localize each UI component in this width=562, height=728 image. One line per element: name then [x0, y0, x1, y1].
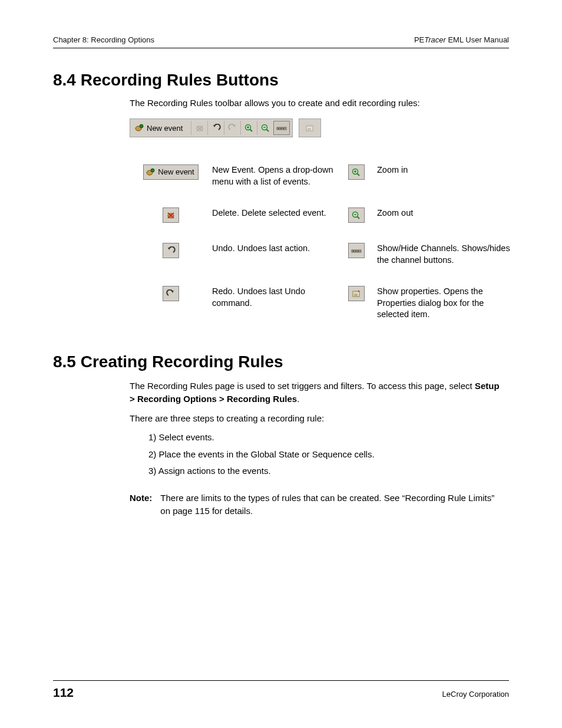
delete-icon — [195, 124, 204, 132]
toolbar-properties-button[interactable] — [302, 121, 318, 135]
toolbar-new-event-label: New event — [147, 124, 183, 133]
section-8-4-title: 8.4 Recording Rules Buttons — [53, 71, 509, 90]
svg-rect-15 — [278, 128, 279, 129]
new-event-button-sample: New event — [143, 164, 198, 180]
new-event-icon — [135, 124, 144, 132]
header-left: Chapter 8: Recording Options — [53, 35, 154, 44]
grid-icon-delete — [130, 207, 212, 223]
header-right-prefix: PE — [414, 35, 424, 44]
header-right-suffix: EML User Manual — [446, 35, 509, 44]
note-label: Note: — [130, 492, 152, 518]
svg-marker-34 — [168, 248, 170, 250]
channels-icon — [276, 124, 287, 131]
toolbar-wrapper: New event — [130, 118, 503, 137]
svg-line-12 — [266, 130, 269, 132]
redo-icon — [166, 289, 176, 298]
svg-rect-17 — [283, 128, 284, 129]
toolbar-redo-button[interactable] — [224, 121, 240, 135]
page-header: Chapter 8: Recording Options PETracer EM… — [53, 35, 509, 48]
svg-marker-39 — [171, 291, 174, 293]
toolbar-undo-button[interactable] — [207, 121, 224, 135]
grid-icon-properties — [336, 286, 377, 301]
new-event-icon — [146, 168, 156, 176]
properties-button-sample — [348, 286, 365, 301]
desc-new-event: New Event. Opens a drop-down menu with a… — [212, 164, 336, 187]
new-event-sample-label: New event — [158, 167, 194, 177]
svg-rect-38 — [358, 251, 359, 252]
header-rule — [53, 48, 509, 48]
steps-list: 1) Select events. 2) Place the events in… — [148, 429, 503, 480]
desc-channels: Show/Hide Channels. Shows/hides the chan… — [377, 243, 513, 266]
grid-icon-new-event: New event — [130, 164, 212, 180]
svg-rect-19 — [306, 126, 313, 127]
section-8-5-title: 8.5 Creating Recording Rules — [53, 353, 509, 371]
header-right: PETracer EML User Manual — [414, 35, 509, 44]
grid-icon-zoom-in — [336, 164, 377, 180]
section-8-4-body: The Recording Rules toolbar allows you t… — [130, 98, 503, 321]
grid-icon-redo — [130, 286, 212, 301]
redo-icon — [228, 124, 237, 132]
zoom-out-icon — [352, 211, 361, 219]
note-text: There are limits to the types of rules t… — [160, 492, 503, 518]
svg-line-8 — [250, 130, 252, 132]
redo-button-sample — [163, 286, 179, 301]
page-number: 112 — [53, 686, 74, 700]
toolbar-group-2 — [299, 118, 321, 137]
properties-icon — [352, 289, 361, 298]
undo-icon — [211, 124, 221, 132]
footer-right: LeCroy Corporation — [442, 690, 509, 699]
channels-icon — [351, 247, 362, 254]
section-8-4-intro: The Recording Rules toolbar allows you t… — [130, 98, 503, 108]
footer-rule — [53, 680, 509, 681]
svg-line-25 — [358, 174, 360, 176]
desc-zoom-in: Zoom in — [377, 164, 513, 176]
zoom-in-button-sample — [348, 164, 365, 180]
step-2: 2) Place the events in the Global State … — [148, 446, 503, 463]
delete-icon — [166, 211, 176, 219]
channels-button-sample — [348, 243, 365, 258]
desc-delete: Delete. Delete selected event. — [212, 207, 336, 219]
p1-c: . — [297, 394, 299, 404]
svg-rect-16 — [280, 128, 282, 129]
header-right-italic: Tracer — [424, 35, 446, 44]
delete-button-sample — [163, 207, 179, 223]
desc-redo: Redo. Undoes last Undo command. — [212, 286, 336, 309]
svg-line-32 — [358, 217, 360, 219]
note: Note: There are limits to the types of r… — [130, 492, 503, 518]
svg-rect-37 — [355, 251, 356, 252]
zoom-out-button-sample — [348, 207, 365, 223]
zoom-out-icon — [261, 124, 270, 132]
desc-undo: Undo. Undoes last action. — [212, 243, 336, 255]
recording-rules-toolbar: New event — [130, 118, 293, 137]
step-3: 3) Assign actions to the events. — [148, 463, 503, 480]
desc-properties: Show properties. Opens the Properties di… — [377, 286, 513, 321]
toolbar-zoom-out-button[interactable] — [257, 121, 273, 135]
footer-row: 112 LeCroy Corporation — [53, 686, 509, 700]
desc-zoom-out: Zoom out — [377, 207, 513, 219]
page: Chapter 8: Recording Options PETracer EM… — [0, 0, 562, 728]
svg-point-23 — [151, 169, 154, 172]
step-1: 1) Select events. — [148, 429, 503, 446]
zoom-in-icon — [244, 124, 254, 132]
grid-icon-undo — [130, 243, 212, 258]
toolbar-delete-button[interactable] — [191, 121, 207, 135]
page-footer: 112 LeCroy Corporation — [53, 680, 509, 700]
section-8-5-p2: There are three steps to creating a reco… — [130, 413, 503, 423]
svg-rect-36 — [353, 251, 354, 252]
properties-icon — [305, 124, 315, 132]
p1-a: The Recording Rules page is used to set … — [130, 381, 475, 391]
undo-button-sample — [163, 243, 179, 258]
section-8-5-p1: The Recording Rules page is used to set … — [130, 380, 503, 406]
grid-icon-zoom-out — [336, 207, 377, 223]
button-description-grid: New event New Event. Opens a drop-down m… — [130, 164, 503, 321]
toolbar-new-event-button[interactable]: New event — [133, 121, 186, 135]
toolbar-zoom-in-button[interactable] — [240, 121, 257, 135]
grid-icon-channels — [336, 243, 377, 258]
section-8-5-body: The Recording Rules page is used to set … — [130, 380, 503, 518]
svg-point-1 — [140, 124, 143, 128]
svg-marker-5 — [213, 125, 216, 127]
svg-marker-6 — [233, 125, 236, 127]
zoom-in-icon — [352, 168, 361, 176]
toolbar-channels-button[interactable] — [273, 121, 290, 135]
undo-icon — [166, 246, 176, 255]
